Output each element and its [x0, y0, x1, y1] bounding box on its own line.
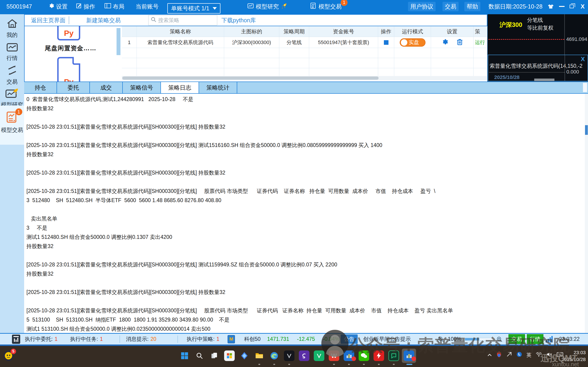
trade-menu[interactable]: 交易: [443, 0, 459, 13]
tab-fills[interactable]: 成交: [90, 82, 123, 93]
log-line: [26, 131, 588, 141]
model-trade-badge: 1: [341, 0, 348, 6]
ms-store-icon[interactable]: [224, 350, 235, 361]
model-trade-badge: 1: [15, 108, 22, 115]
log-line: [26, 205, 588, 214]
table-hscroll-thumb[interactable]: [122, 76, 379, 80]
model-trade-label: 模型交易: [319, 3, 341, 10]
log-line: 持股数量32: [26, 150, 588, 159]
report-icon[interactable]: [12, 334, 20, 344]
chart-period-label: 分笔线: [527, 17, 543, 24]
table-row-empty: [122, 48, 487, 58]
app-green-icon[interactable]: [314, 350, 324, 361]
edge-icon[interactable]: [269, 350, 280, 361]
divider: [178, 335, 178, 343]
sidebar-item-trade[interactable]: 交易: [0, 65, 24, 85]
strategy-tooltip-box: X 索普量化雪球交易系统源代码(14,150,-2 0.000 2025/10/…: [488, 55, 588, 81]
running-indicator: [393, 364, 395, 365]
model-trade-icon: 1: [5, 111, 19, 125]
app-purple-icon[interactable]: [299, 350, 309, 361]
running-indicator: [348, 364, 350, 365]
log-line: [2025-10-28 23:01:51][索普量化雪球交易系统源代码][SH0…: [26, 288, 588, 297]
model-research-icon: [5, 88, 19, 100]
close-icon[interactable]: X: [581, 56, 585, 63]
model-trade-button[interactable]: 模型交易 1: [310, 0, 341, 13]
model-research-button[interactable]: 模型研究: [247, 0, 288, 13]
operate-menu[interactable]: 操作: [76, 0, 95, 13]
running-tasks-label: 执行中任务:: [70, 335, 98, 343]
close-button[interactable]: X: [581, 0, 585, 13]
chart-symbol: 沪深300: [500, 21, 522, 29]
strategy-account: 55001947(第十套股票): [309, 37, 378, 48]
py-file-label[interactable]: 尾盘闲置资金……: [25, 44, 117, 52]
account-mode-value: 单账号模式 1/1: [171, 5, 209, 12]
run-mode-toggle[interactable]: 实盘: [400, 38, 426, 47]
log-line: 测试1 512480.SH 组合资金50000.0 调整比例0.1307 卖出4…: [26, 233, 588, 242]
quotes-icon: [0, 43, 24, 53]
file-panel-scrollbar[interactable]: [117, 28, 120, 55]
strategy-search[interactable]: [148, 15, 217, 25]
col-settings: 设置: [431, 26, 474, 37]
stop-button[interactable]: [384, 40, 388, 45]
tab-strategy-stats[interactable]: 策略统计: [199, 82, 237, 93]
col-run-mode: 运行模式: [394, 26, 431, 37]
sidebar-item-quotes[interactable]: 行情: [0, 43, 24, 62]
table-row[interactable]: 1 索普量化雪球交易系统源代码 沪深300(000300) 分笔线 550019…: [122, 37, 487, 48]
strategy-monitor-icon[interactable]: M: [228, 334, 235, 344]
tooltip-title: 索普量化雪球交易系统源代码(14,150,-2: [490, 62, 588, 70]
trash-icon[interactable]: [457, 38, 463, 47]
model-research-icon: [247, 2, 254, 11]
tabbar-corner-box: [583, 83, 587, 92]
log-line: 测试1 513100.SH 组合资金50000.0 调整比例0.02350000…: [26, 324, 588, 333]
sidebar-item-model-research[interactable]: 模型研究: [0, 88, 24, 108]
table-row-empty: [122, 58, 487, 68]
start-button[interactable]: [179, 350, 190, 361]
copilot-icon[interactable]: [239, 350, 250, 361]
col-strategy-name: 策略名称: [137, 26, 224, 37]
tab-strategy-log[interactable]: 策略日志: [161, 82, 199, 93]
task-view-icon[interactable]: [209, 350, 220, 361]
strategy-log-panel[interactable]: 0 索普量化雪球交易系统源代码,测试1,244280991 2025-10-28…: [24, 94, 588, 333]
sidebar-item-home[interactable]: 我的: [0, 19, 24, 39]
running-indicator: [258, 364, 260, 365]
sidebar-item-model-trade[interactable]: 1 模型交易: [0, 106, 24, 145]
help-menu[interactable]: 帮助: [464, 0, 480, 13]
strategy-target: 沪深300(000300): [224, 37, 279, 48]
log-line: [2025-10-28 23:01:51][索普量化雪球交易系统源代码][SH0…: [26, 122, 588, 131]
tab-orders[interactable]: 委托: [57, 82, 90, 93]
app-dark-icon[interactable]: [284, 350, 294, 361]
market-chart-panel[interactable]: 沪深300 分笔线 等比前复权 4691.094 X 索普量化雪球交易系统源代码…: [487, 14, 588, 82]
tab-signals[interactable]: 策略信号: [123, 82, 161, 93]
py-file-icon[interactable]: Py: [57, 57, 80, 82]
pending-orders-label: 执行中委托:: [25, 335, 53, 343]
py-file-icon[interactable]: Py: [57, 26, 80, 41]
download-python-link[interactable]: 下载python库: [221, 17, 256, 24]
search-icon: [151, 17, 156, 24]
tab-positions[interactable]: 持仓: [24, 82, 57, 93]
tooltip-axis-line: [564, 55, 565, 81]
back-home-button[interactable]: 返回主页界面: [31, 17, 66, 24]
new-strategy-button[interactable]: 新建策略交易: [86, 17, 121, 24]
chart-hscroll-thumb[interactable]: [534, 79, 554, 81]
minimize-button[interactable]: [559, 0, 564, 13]
settings-menu[interactable]: 设置: [48, 0, 68, 13]
restore-button[interactable]: [570, 0, 574, 13]
strategy-period: 分笔线: [279, 37, 309, 48]
log-vscroll-thumb[interactable]: [585, 125, 588, 135]
skin-icon[interactable]: [547, 0, 554, 13]
pending-orders-value: 1: [54, 336, 58, 342]
layout-menu[interactable]: 布局: [105, 0, 124, 13]
log-line: [26, 113, 588, 122]
user-agreement-button[interactable]: 用户协议: [408, 0, 436, 13]
gear-icon[interactable]: [441, 38, 448, 47]
search-input[interactable]: [158, 17, 211, 24]
running-tasks-value: 1: [100, 336, 103, 342]
taskbar-search-icon[interactable]: [194, 350, 205, 361]
col-period: 策略周期: [279, 26, 309, 37]
notification-chat-icon[interactable]: 5: [3, 350, 14, 361]
rocket-icon: [281, 2, 288, 11]
chart-price-value: 4691.094: [566, 36, 587, 42]
account-mode-dropdown[interactable]: 单账号模式 1/1: [167, 2, 221, 15]
file-explorer-icon[interactable]: [254, 350, 264, 361]
chart-axis-line: [564, 14, 565, 55]
